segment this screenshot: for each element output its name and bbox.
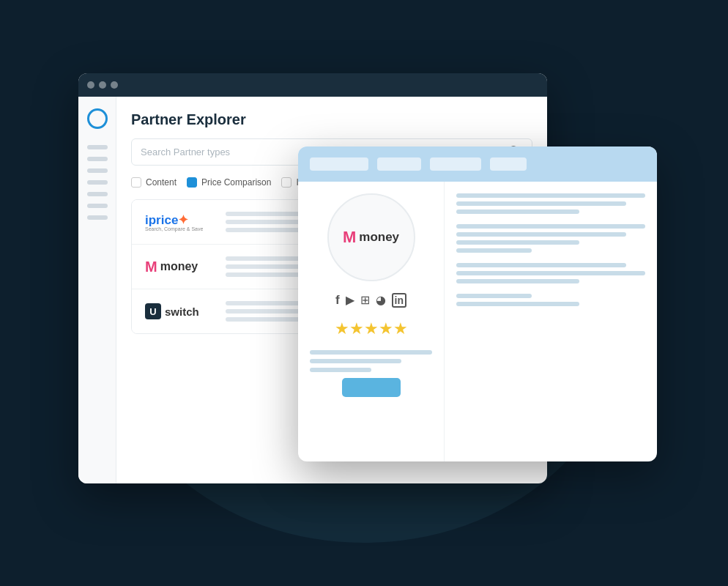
- dr-line-6: [456, 240, 579, 245]
- filter-price-comparison-checkbox[interactable]: [187, 177, 197, 188]
- company-logo-in-circle: M money: [343, 228, 399, 247]
- sidebar: [78, 97, 116, 483]
- sidebar-nav-1[interactable]: [87, 145, 108, 149]
- detail-panel: M money f ▶ ⊞ ◕ in ★★★★★: [298, 146, 657, 461]
- dr-line-12: [456, 302, 579, 306]
- linkedin-icon[interactable]: in: [392, 293, 406, 308]
- traffic-dot-3: [111, 81, 118, 89]
- facebook-icon[interactable]: f: [335, 293, 340, 308]
- dp-line-2: [310, 359, 401, 363]
- detail-desc-group-1: [456, 193, 645, 214]
- dr-line-3: [456, 209, 579, 214]
- sidebar-nav-2[interactable]: [87, 157, 108, 161]
- scene-container: Partner Explorer Search Partner types 🔍 …: [78, 73, 650, 513]
- page-title: Partner Explorer: [131, 111, 532, 128]
- dr-line-11: [456, 294, 532, 298]
- titlebar: [78, 73, 547, 97]
- filter-content[interactable]: Content: [131, 177, 177, 188]
- filter-price-comparison-label: Price Comparison: [201, 177, 271, 188]
- uswitch-logo: U switch: [145, 303, 199, 319]
- iprice-logo-area: iprice✦ Search, Compare & Save: [145, 212, 226, 231]
- social-icons: f ▶ ⊞ ◕ in: [335, 293, 406, 308]
- filter-influencers-checkbox[interactable]: [281, 177, 291, 188]
- dr-line-1: [456, 193, 645, 198]
- filter-price-comparison[interactable]: Price Comparison: [187, 177, 271, 188]
- filter-content-label: Content: [146, 177, 177, 188]
- detail-cta-button[interactable]: [342, 378, 401, 397]
- dr-line-5: [456, 232, 626, 237]
- dr-line-4: [456, 224, 645, 229]
- mmoney-logo-area: M money: [145, 259, 226, 275]
- traffic-dot-1: [87, 81, 94, 89]
- detail-desc-group-4: [456, 294, 645, 306]
- detail-left-section: M money f ▶ ⊞ ◕ in ★★★★★: [298, 182, 445, 461]
- uswitch-logo-area: U switch: [145, 303, 226, 319]
- dr-line-7: [456, 248, 532, 253]
- sidebar-logo: [87, 108, 108, 129]
- detail-tab-4[interactable]: [490, 157, 527, 171]
- detail-desc-group-2: [456, 224, 645, 253]
- sidebar-nav-7[interactable]: [87, 215, 108, 220]
- star-rating: ★★★★★: [335, 319, 408, 338]
- traffic-dot-2: [99, 81, 106, 89]
- instagram-icon[interactable]: ⊞: [360, 293, 370, 308]
- dr-line-2: [456, 201, 626, 206]
- detail-tab-3[interactable]: [430, 157, 481, 171]
- dr-line-8: [456, 263, 626, 267]
- detail-right-section: [445, 182, 657, 461]
- detail-desc-group-3: [456, 263, 645, 283]
- filter-content-checkbox[interactable]: [131, 177, 141, 188]
- dr-line-10: [456, 279, 579, 283]
- sidebar-nav-5[interactable]: [87, 192, 108, 196]
- detail-left-lines: [310, 350, 432, 372]
- sidebar-nav-4[interactable]: [87, 180, 108, 185]
- detail-tab-2[interactable]: [377, 157, 421, 171]
- mmoney-logo: M money: [145, 259, 198, 275]
- company-avatar-circle: M money: [327, 193, 415, 281]
- detail-tab-1[interactable]: [310, 157, 368, 171]
- dp-line-1: [310, 350, 432, 355]
- dr-line-9: [456, 271, 645, 275]
- dp-line-3: [310, 368, 371, 372]
- sidebar-nav-6[interactable]: [87, 204, 108, 208]
- whatsapp-icon[interactable]: ◕: [376, 293, 386, 308]
- sidebar-nav-3[interactable]: [87, 168, 108, 173]
- youtube-icon[interactable]: ▶: [346, 293, 354, 308]
- iprice-logo: iprice✦ Search, Compare & Save: [145, 212, 203, 231]
- detail-header: [298, 146, 657, 182]
